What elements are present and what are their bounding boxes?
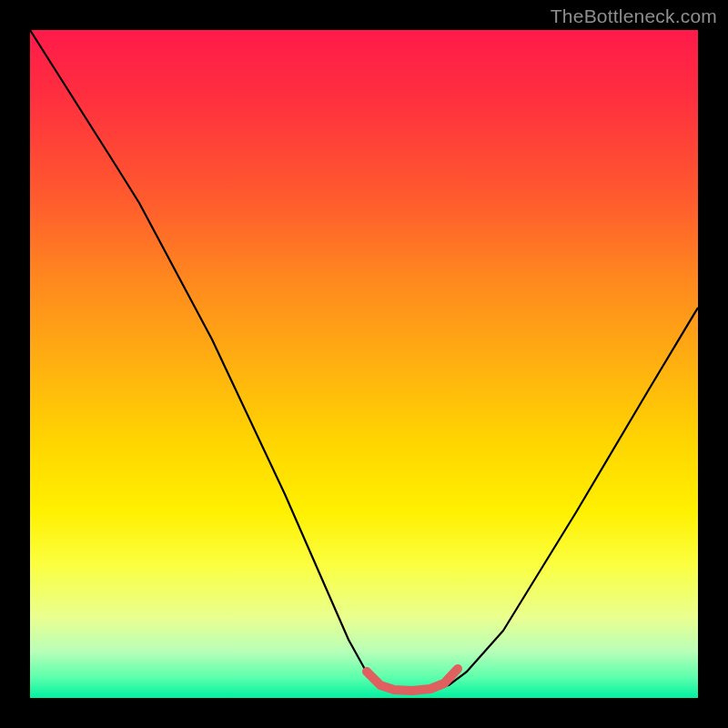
plot-area bbox=[30, 30, 698, 698]
trough-highlight bbox=[367, 669, 458, 691]
curve-layer bbox=[30, 30, 698, 698]
chart-frame: TheBottleneck.com bbox=[0, 0, 728, 728]
watermark-text: TheBottleneck.com bbox=[551, 5, 717, 27]
bottleneck-curve bbox=[30, 30, 698, 690]
